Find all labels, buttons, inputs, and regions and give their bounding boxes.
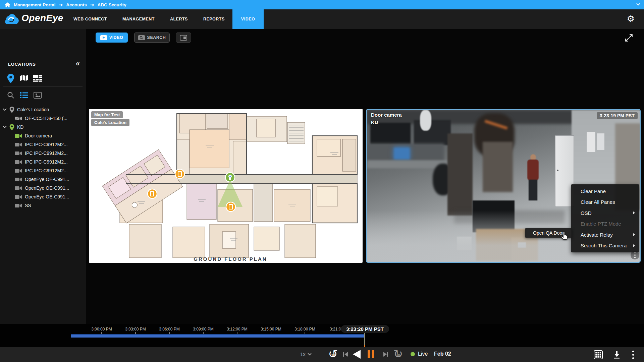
tree-item-camera[interactable]: IPC IPC-C9912M2...	[0, 140, 86, 149]
layout-grid-tab-icon[interactable]	[33, 74, 42, 83]
tree-item-camera[interactable]: OpenEye OE-C991...	[0, 192, 86, 201]
nav-item-web-connect[interactable]: WEB CONNECT	[66, 9, 115, 29]
tree-item-label: OpenEye OE-C991...	[25, 194, 69, 199]
breadcrumb-item-account-name[interactable]: ABC Security	[98, 2, 126, 7]
menu-item-enable-ptz: Enable PTZ Mode	[571, 219, 639, 230]
camera-map-marker[interactable]	[225, 173, 235, 182]
breadcrumb-arrow-icon: ➔	[90, 2, 94, 7]
camera-online-icon	[15, 133, 22, 138]
tree-item-camera[interactable]: OpenEye OE-C991...	[0, 175, 86, 184]
timeline-playhead[interactable]	[364, 333, 365, 346]
download-button[interactable]	[613, 351, 621, 359]
location-tree: Cole's Location OE-CC51D8-150 (... KD Do…	[0, 105, 86, 210]
fullscreen-expand-icon[interactable]	[625, 34, 633, 44]
camera-icon	[15, 177, 22, 182]
location-pin-tab-icon[interactable]	[6, 74, 15, 83]
play-reverse-button[interactable]	[353, 350, 361, 359]
control-separator	[430, 351, 430, 358]
floor-plan-caption: GROUND FLOOR PLAN	[194, 256, 267, 262]
door-relay-marker[interactable]	[148, 189, 157, 198]
settings-gear-icon[interactable]: ⚙	[627, 14, 635, 23]
chevron-down-icon[interactable]	[3, 126, 7, 128]
timeline-tick: 3:03:00 PM	[125, 327, 146, 331]
map-pane[interactable]: GROUND FLOOR PLAN Map for Test Cole's Lo…	[89, 109, 363, 263]
tree-item-label: IPC IPC-C9912M2...	[25, 142, 68, 147]
nav-item-management[interactable]: MANAGEMENT	[115, 9, 162, 29]
search-mode-button[interactable]: SEARCH	[134, 33, 170, 43]
timeline-tick: 3:15:00 PM	[261, 327, 281, 331]
menu-item-clear-all-panes[interactable]: Clear All Panes	[571, 197, 639, 208]
menu-item-label: Activate Relay	[581, 232, 613, 238]
sidebar-mode-icons	[6, 74, 42, 83]
timeline-tick: 3:09:00 PM	[193, 327, 213, 331]
search-icon[interactable]	[6, 90, 15, 100]
openeye-cloud-icon	[3, 12, 19, 24]
timeline-recording-bar[interactable]	[71, 334, 365, 338]
playback-speed-dropdown[interactable]: 1x	[300, 351, 312, 357]
submenu-arrow-icon	[633, 233, 635, 236]
sidebar-divider	[3, 86, 83, 86]
more-options-kebab-icon[interactable]	[631, 350, 635, 360]
step-forward-button[interactable]	[382, 352, 389, 358]
breadcrumb-item-accounts[interactable]: Accounts	[66, 2, 87, 7]
map-tab-icon[interactable]	[19, 74, 29, 83]
pause-button[interactable]	[368, 350, 374, 358]
door-relay-marker[interactable]	[226, 202, 235, 212]
tree-item-label: IPC IPC-C9912M2...	[25, 159, 68, 165]
tree-item-label: OE-CC51D8-150 (...	[25, 116, 67, 121]
tree-item-camera[interactable]: OE-CC51D8-150 (...	[0, 114, 86, 123]
timeline[interactable]: 3:00:00 PM 3:03:00 PM 3:06:00 PM 3:09:00…	[0, 324, 644, 347]
video-mode-button[interactable]: VIDEO	[96, 33, 128, 43]
menu-item-search-this-camera[interactable]: Search This Camera	[571, 240, 639, 251]
camera-timestamp-badge: 3:23:19 PM PST	[597, 112, 638, 119]
nav-item-reports[interactable]: REPORTS	[196, 9, 232, 29]
list-view-icon[interactable]	[19, 90, 29, 100]
control-bar-right	[594, 350, 635, 360]
popout-player-button[interactable]	[176, 33, 191, 43]
current-date-label: Feb 02	[434, 351, 451, 357]
sidebar-title: LOCATIONS	[8, 62, 36, 67]
camera-icon	[15, 151, 22, 156]
chevron-down-icon[interactable]	[3, 108, 7, 111]
step-backward-button[interactable]	[342, 352, 349, 358]
tree-item-camera[interactable]: OpenEye OE-C991...	[0, 184, 86, 192]
image-view-icon[interactable]	[33, 90, 42, 100]
app-root: Management Portal ➔ Accounts ➔ ABC Secur…	[0, 0, 644, 362]
camera-pane-selected[interactable]: Door camera KD 3:23:19 PM PST Clear Pane…	[366, 109, 641, 263]
home-icon[interactable]	[5, 2, 10, 7]
breadcrumb-collapse-caret-icon[interactable]	[636, 3, 641, 6]
forward-10-seconds-button[interactable]: ↻ 10	[392, 348, 405, 361]
video-button-label: VIDEO	[109, 35, 123, 40]
current-time-badge[interactable]: 3:23:20 PM PST	[340, 325, 389, 333]
brand-logo: OpenEye	[3, 12, 63, 24]
camera-location-overlay: KD	[371, 119, 378, 125]
nav-item-video-active[interactable]: VIDEO	[232, 9, 264, 29]
submenu-arrow-icon	[633, 211, 635, 215]
camera-icon	[15, 142, 22, 147]
tree-item-label: KD	[17, 124, 23, 130]
tree-item-camera[interactable]: IPC IPC-C9912M2...	[0, 149, 86, 158]
live-indicator[interactable]: Live	[411, 351, 428, 357]
tree-item-label: OpenEye OE-C991...	[25, 177, 69, 182]
tree-item-camera[interactable]: IPC IPC-C9912M2...	[0, 166, 86, 175]
sidebar-collapse-icon[interactable]: «	[76, 60, 79, 67]
tree-item-camera[interactable]: IPC IPC-C9912M2...	[0, 158, 86, 166]
breadcrumb: Management Portal ➔ Accounts ➔ ABC Secur…	[0, 0, 644, 9]
tree-item-camera[interactable]: SS	[0, 201, 86, 210]
sidebar-view-icons	[6, 90, 42, 100]
menu-item-osd[interactable]: OSD	[571, 207, 639, 219]
location-pin-icon	[9, 124, 14, 130]
camera-icon	[15, 194, 22, 199]
breadcrumb-item-portal[interactable]: Management Portal	[14, 2, 56, 7]
menu-item-activate-relay[interactable]: Activate Relay	[571, 229, 639, 240]
pane-layout-grid-button[interactable]	[594, 350, 603, 359]
tree-item-camera[interactable]: Door camera	[0, 131, 86, 140]
camera-icon	[15, 186, 22, 191]
tree-item-location[interactable]: Cole's Location	[0, 105, 86, 114]
rewind-10-seconds-button[interactable]: ↺ 10	[327, 348, 339, 361]
nav-item-alerts[interactable]: ALERTS	[162, 9, 196, 29]
door-relay-marker[interactable]	[175, 169, 184, 179]
chevron-down-icon	[308, 353, 312, 356]
menu-item-clear-pane[interactable]: Clear Pane	[571, 186, 639, 197]
tree-item-location[interactable]: KD	[0, 123, 86, 131]
